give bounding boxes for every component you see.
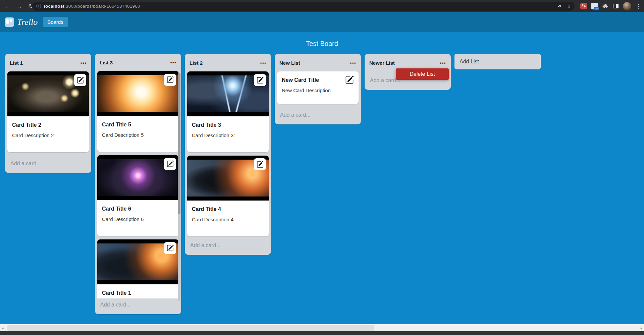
cards-container[interactable]: Card Title 5Card Description 5Card Title… bbox=[97, 71, 179, 298]
back-icon[interactable]: ← bbox=[2, 1, 12, 11]
card-description[interactable]: Card Description 4 bbox=[192, 216, 264, 223]
list-header[interactable]: List 3••• bbox=[97, 56, 179, 67]
list-header[interactable]: List 2••• bbox=[187, 56, 269, 67]
card-title[interactable]: New Card Title bbox=[282, 77, 354, 83]
edit-card-icon[interactable] bbox=[164, 74, 176, 86]
list-header[interactable]: New List••• bbox=[277, 56, 359, 67]
card[interactable]: Card Title 3Card Description 3” bbox=[187, 71, 269, 152]
list-menu-icon[interactable]: ••• bbox=[170, 60, 176, 65]
list-menu-dropdown[interactable]: Delete List bbox=[396, 68, 449, 80]
card[interactable]: Card Title 4Card Description 4 bbox=[187, 156, 269, 236]
scroll-left-icon[interactable]: ◂ bbox=[0, 324, 5, 331]
list-title[interactable]: Newer List bbox=[369, 60, 395, 66]
sidebar-panel-icon[interactable] bbox=[613, 4, 619, 8]
add-card-button[interactable]: Add a card... bbox=[97, 298, 179, 312]
list[interactable]: List 3•••Card Title 5Card Description 5C… bbox=[95, 54, 181, 314]
card[interactable]: Card Title 5Card Description 5 bbox=[97, 71, 179, 152]
trello-logo-icon bbox=[5, 17, 14, 27]
list-title[interactable]: List 2 bbox=[190, 60, 203, 66]
browser-toolbar: ← → ↻ ⓘ localhost:3000/boards/board-1664… bbox=[0, 0, 644, 12]
site-info-icon[interactable]: ⓘ bbox=[36, 3, 41, 9]
boards-button[interactable]: Boards bbox=[43, 17, 68, 27]
card-description[interactable]: Card Description 3” bbox=[192, 132, 264, 139]
card-title[interactable]: Card Title 1 bbox=[102, 290, 174, 296]
list-title[interactable]: List 3 bbox=[100, 60, 113, 65]
list[interactable]: List 2•••Card Title 3Card Description 3”… bbox=[185, 54, 271, 255]
edit-card-icon[interactable] bbox=[164, 158, 176, 170]
add-card-button[interactable]: Add a card... bbox=[187, 239, 269, 253]
cards-container[interactable]: Card Title 2Card Description 2 bbox=[7, 71, 89, 157]
card-image-fire-battle[interactable] bbox=[187, 156, 269, 201]
list-menu-icon[interactable]: ••• bbox=[440, 60, 446, 65]
add-card-button[interactable]: Add a card... bbox=[7, 157, 89, 171]
scroll-right-icon[interactable]: ▸ bbox=[639, 324, 644, 331]
list-menu-icon[interactable]: ••• bbox=[350, 60, 356, 65]
card-title[interactable]: Card Title 6 bbox=[102, 206, 174, 212]
extension-off-badge: Off bbox=[594, 7, 599, 10]
list-menu-icon[interactable]: ••• bbox=[80, 60, 87, 65]
edit-card-icon[interactable] bbox=[254, 74, 266, 86]
add-list-input[interactable]: Add List bbox=[454, 54, 541, 69]
card-image-galaxy-burst[interactable] bbox=[97, 155, 179, 200]
card-image-thor-closeup[interactable] bbox=[7, 71, 89, 116]
horizontal-scrollbar[interactable]: ◂ ▸ bbox=[0, 324, 644, 331]
edit-card-icon[interactable] bbox=[345, 75, 355, 85]
window-bottom-edge bbox=[0, 331, 644, 335]
delete-list-button[interactable]: Delete List bbox=[410, 71, 435, 77]
card-image-creature-axe[interactable] bbox=[97, 239, 179, 284]
list-menu-icon[interactable]: ••• bbox=[260, 60, 266, 65]
lists-row: List 1•••Card Title 2Card Description 2A… bbox=[5, 54, 541, 314]
card-description[interactable]: Card Description 5 bbox=[102, 131, 174, 138]
list[interactable]: New List•••New Card TitleNew Card Descri… bbox=[275, 54, 361, 124]
card-body[interactable]: Card Title 6Card Description 6 bbox=[97, 200, 179, 236]
card-body[interactable]: New Card TitleNew Card Description bbox=[277, 71, 359, 104]
bookmark-star-icon[interactable]: ☆ bbox=[567, 3, 571, 9]
card-body[interactable]: Card Title 4Card Description 4 bbox=[187, 201, 269, 236]
list-header[interactable]: Newer List••• bbox=[367, 56, 448, 67]
card-title[interactable]: Card Title 4 bbox=[192, 206, 264, 213]
list[interactable]: Newer List•••Add a card...Delete List bbox=[365, 54, 451, 90]
url-text: localhost:3000/boards/board-166453740196… bbox=[44, 4, 140, 9]
card-title[interactable]: Card Title 3 bbox=[192, 122, 264, 128]
card[interactable]: Card Title 6Card Description 6 bbox=[97, 155, 179, 236]
url-path: :3000/boards/board-1664537401960 bbox=[64, 4, 140, 9]
extensions-puzzle-icon[interactable] bbox=[602, 3, 608, 9]
card-title[interactable]: Card Title 2 bbox=[12, 122, 84, 128]
app-name: Trello bbox=[17, 17, 38, 27]
share-icon[interactable] bbox=[556, 3, 562, 9]
card-body[interactable]: Card Title 5Card Description 5 bbox=[97, 116, 179, 152]
forward-icon[interactable]: → bbox=[14, 1, 24, 11]
edit-card-icon[interactable] bbox=[254, 158, 266, 170]
card-image-lightning-storm[interactable] bbox=[187, 71, 269, 116]
edit-card-icon[interactable] bbox=[74, 74, 86, 86]
cards-container[interactable]: New Card TitleNew Card Description bbox=[277, 71, 359, 109]
list-scrollbar-thumb[interactable] bbox=[178, 73, 180, 214]
edit-card-icon[interactable] bbox=[164, 242, 176, 254]
browser-menu-icon[interactable]: ⋮ bbox=[636, 3, 641, 9]
card-title[interactable]: Card Title 5 bbox=[102, 121, 174, 128]
profile-avatar[interactable] bbox=[623, 2, 631, 10]
url-host: localhost bbox=[44, 4, 64, 9]
list[interactable]: List 1•••Card Title 2Card Description 2A… bbox=[5, 54, 91, 173]
card-description[interactable]: Card Description 2 bbox=[12, 132, 84, 139]
list-scrollbar-track[interactable] bbox=[178, 73, 180, 301]
card-body[interactable]: Card Title 3Card Description 3” bbox=[187, 116, 269, 152]
add-card-button[interactable]: Add a card... bbox=[277, 109, 359, 122]
list-title[interactable]: List 1 bbox=[10, 60, 23, 66]
card-image-fiery-explosion[interactable] bbox=[97, 71, 179, 116]
extension-red-icon[interactable] bbox=[580, 3, 587, 9]
list-title[interactable]: New List bbox=[279, 60, 300, 66]
board-title: Test Board bbox=[0, 40, 644, 48]
card[interactable]: New Card TitleNew Card Description bbox=[277, 71, 359, 104]
list-header[interactable]: List 1••• bbox=[7, 56, 89, 67]
card-description[interactable]: New Card Description bbox=[282, 87, 354, 94]
extension-off-icon[interactable]: Off bbox=[591, 3, 598, 9]
horizontal-scrollbar-thumb[interactable] bbox=[7, 325, 374, 331]
card-body[interactable]: Card Title 2Card Description 2 bbox=[7, 116, 89, 152]
card[interactable]: Card Title 1 bbox=[97, 239, 179, 298]
card-description[interactable]: Card Description 6 bbox=[102, 216, 174, 223]
card[interactable]: Card Title 2Card Description 2 bbox=[7, 71, 89, 152]
cards-container[interactable]: Card Title 3Card Description 3”Card Titl… bbox=[187, 71, 269, 239]
card-body[interactable]: Card Title 1 bbox=[97, 284, 179, 298]
address-bar[interactable]: ⓘ localhost:3000/boards/board-1664537401… bbox=[32, 2, 575, 11]
